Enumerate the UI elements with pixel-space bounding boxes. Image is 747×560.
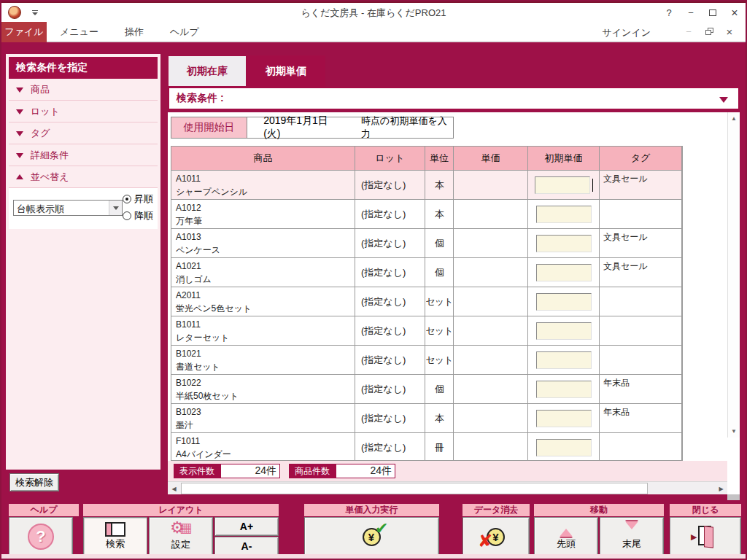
sign-in-link[interactable]: サインイン [602,26,651,39]
column-header[interactable]: 商品 [171,147,355,170]
font-increase-button[interactable]: A+ [214,517,279,536]
product-name: シャープペンシル [176,186,350,198]
lot-cell: (指定なし) [355,433,425,461]
menu-menu[interactable]: メニュー [47,22,112,42]
initial-price-input[interactable] [535,176,590,194]
menu-help[interactable]: ヘルプ [157,22,212,42]
tag-cell: 文具セール [600,229,682,257]
initial-price-input[interactable] [536,439,592,456]
maximize-button[interactable] [702,3,724,23]
chevron-down-icon[interactable] [719,97,728,107]
vertical-scrollbar[interactable]: ▲ ▼ [727,112,740,438]
tag-cell: 年末品 [600,404,682,432]
start-date-note: 時点の初期単価を入力 [342,117,453,138]
product-name: 半紙50枚セット [176,390,350,402]
scroll-down-icon[interactable]: ▼ [728,425,740,438]
start-date-label: 使用開始日 [171,117,247,138]
radio-descending[interactable]: 降順 [123,209,153,222]
scroll-up-icon[interactable]: ▲ [728,112,740,125]
column-header[interactable]: タグ [600,147,682,170]
help-button[interactable]: ? [9,517,73,556]
horizontal-scrollbar[interactable]: ◀ ▶ [168,481,727,494]
window-title: らくだ文房具 - 在庫らくだPRO21 [1,7,746,20]
table-row[interactable]: B1022半紙50枚セット(指定なし)個年末品 [171,375,682,404]
menu-operation[interactable]: 操作 [112,22,157,42]
horizontal-scroll-thumb[interactable] [181,483,648,494]
product-name: 書道セット [176,361,350,373]
unit-cell: 個 [425,375,454,403]
help-window-button[interactable]: ? [658,3,680,23]
expand-icon [16,153,23,162]
status-bar: 表示件数 24件 商品件数 24件 [168,461,727,481]
scroll-left-icon[interactable]: ◀ [168,483,180,494]
start-date-value[interactable]: 2019年1月1日(火) [247,117,342,138]
table-row[interactable]: B1023墨汁(指定なし)本年末品 [171,404,682,433]
initial-price-input[interactable] [536,381,592,398]
column-header[interactable]: 単位 [425,147,454,170]
sidebar-section[interactable]: タグ [9,122,158,144]
product-code: A1021 [176,260,350,272]
radio-ascending[interactable]: 昇順 [123,192,153,206]
close-window-button[interactable]: ▶ [670,517,741,556]
tab-initial-stock[interactable]: 初期在庫 [168,55,247,87]
table-row[interactable]: A1021消しゴム(指定なし)個文具セール [171,258,682,287]
table-row[interactable]: B1011レターセット(指定なし)セット [171,316,682,346]
tab-initial-price[interactable]: 初期単価 [247,55,325,87]
initial-price-input[interactable] [536,351,592,369]
sort-order-select[interactable]: 台帳表示順 [13,200,123,216]
expand-icon [16,109,23,118]
sort-area: 台帳表示順 昇順 降順 [9,188,158,229]
sidebar-section[interactable]: 商品 [9,79,158,101]
initial-price-input[interactable] [536,235,592,252]
column-header[interactable]: 単価 [454,147,528,170]
unit-cell: セット [425,316,454,345]
clear-data-button[interactable]: ¥ ✘ [462,517,530,556]
menu-file[interactable]: ファイル [1,22,47,42]
minimize-button[interactable]: − [680,3,702,23]
product-count-value: 24件 [336,464,395,478]
table-row[interactable]: A2011蛍光ペン5色セット(指定なし)セット [171,287,682,316]
scroll-right-icon[interactable]: ▶ [715,483,727,494]
lot-cell: (指定なし) [355,404,425,432]
initial-price-input[interactable] [536,293,592,311]
sidebar-section[interactable]: ロット [9,101,158,122]
group-execute-title: 単価入力実行 [304,504,439,516]
close-button[interactable]: × [724,3,746,23]
table-row[interactable]: B1021書道セット(指定なし)セット [171,346,682,375]
search-conditions-bar[interactable]: 検索条件 : [168,87,740,110]
clear-search-button[interactable]: 検索解除 [9,473,59,491]
table-row[interactable]: A1012万年筆(指定なし)本 [171,200,682,229]
table-row[interactable]: A1013ペンケース(指定なし)個文具セール [171,229,682,258]
initial-price-cell [528,375,600,403]
table-row[interactable]: F1011A4バインダー(指定なし)冊 [171,433,682,461]
layout-search-button[interactable]: 検索 [83,517,147,556]
product-cell: A2011蛍光ペン5色セット [171,287,355,316]
go-first-button[interactable]: 先頭 [534,517,598,556]
price-cell [454,404,528,432]
ribbon-close-button[interactable]: × [719,21,740,42]
initial-price-input[interactable] [536,206,592,223]
sidebar-section[interactable]: 詳細条件 [9,144,158,166]
ribbon-minimize-button[interactable]: − [678,21,699,42]
product-code: F1011 [176,435,350,447]
column-header[interactable]: ロット [355,147,425,170]
lot-cell: (指定なし) [355,200,425,228]
table-row[interactable]: A1011シャープペンシル(指定なし)本文具セール [171,171,682,200]
product-code: B1023 [176,406,350,418]
initial-price-input[interactable] [536,322,592,340]
execute-price-entry-button[interactable]: ¥ ✔ [304,517,439,556]
unit-cell: セット [425,346,454,374]
tag-cell [600,346,682,374]
initial-price-input[interactable] [536,264,592,281]
initial-price-input[interactable] [536,410,592,427]
table-header: 商品ロット単位単価初期単価タグ [171,147,682,171]
select-dropdown-button[interactable] [109,201,122,215]
sidebar-section[interactable]: 並べ替え [9,166,158,188]
search-sidebar: 検索条件を指定 商品ロットタグ詳細条件並べ替え 台帳表示順 昇順 降順 [6,54,160,494]
layout-settings-button[interactable]: ▦ ⚙ 設定 [149,517,213,556]
ribbon-restore-button[interactable] [699,21,719,42]
font-decrease-button[interactable]: A- [214,537,279,556]
go-last-label: 末尾 [622,537,641,551]
go-last-button[interactable]: 末尾 [600,517,664,556]
column-header[interactable]: 初期単価 [528,147,600,170]
